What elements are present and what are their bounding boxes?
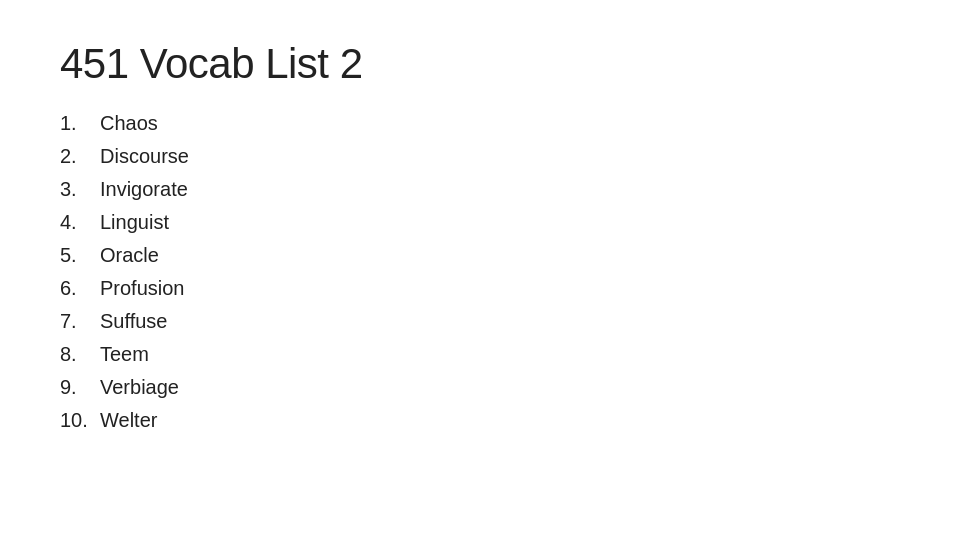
list-item: 4.Linguist (60, 211, 900, 234)
item-word: Invigorate (100, 178, 188, 201)
list-item: 3.Invigorate (60, 178, 900, 201)
vocab-list: 1.Chaos2.Discourse3.Invigorate4.Linguist… (60, 112, 900, 432)
item-number: 9. (60, 376, 100, 399)
list-item: 10.Welter (60, 409, 900, 432)
item-number: 8. (60, 343, 100, 366)
item-word: Suffuse (100, 310, 167, 333)
item-word: Teem (100, 343, 149, 366)
list-item: 5.Oracle (60, 244, 900, 267)
list-item: 6.Profusion (60, 277, 900, 300)
item-number: 4. (60, 211, 100, 234)
list-item: 7.Suffuse (60, 310, 900, 333)
list-item: 2.Discourse (60, 145, 900, 168)
item-number: 6. (60, 277, 100, 300)
list-item: 1.Chaos (60, 112, 900, 135)
item-word: Discourse (100, 145, 189, 168)
item-number: 3. (60, 178, 100, 201)
page-title: 451 Vocab List 2 (60, 40, 900, 88)
item-word: Verbiage (100, 376, 179, 399)
item-word: Linguist (100, 211, 169, 234)
item-number: 7. (60, 310, 100, 333)
list-item: 8.Teem (60, 343, 900, 366)
item-word: Oracle (100, 244, 159, 267)
item-word: Chaos (100, 112, 158, 135)
item-number: 10. (60, 409, 100, 432)
item-word: Profusion (100, 277, 185, 300)
item-number: 1. (60, 112, 100, 135)
item-word: Welter (100, 409, 157, 432)
list-item: 9.Verbiage (60, 376, 900, 399)
item-number: 2. (60, 145, 100, 168)
item-number: 5. (60, 244, 100, 267)
page-container: 451 Vocab List 2 1.Chaos2.Discourse3.Inv… (0, 0, 960, 482)
